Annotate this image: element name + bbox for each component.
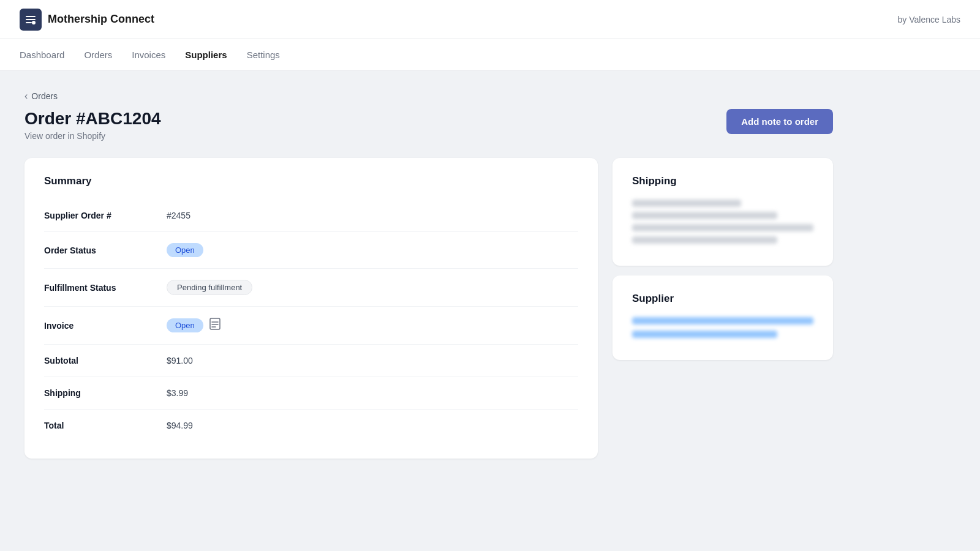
main-nav: Dashboard Orders Invoices Suppliers Sett… — [0, 39, 980, 71]
nav-orders[interactable]: Orders — [84, 47, 112, 62]
supplier-card: Supplier — [612, 276, 833, 360]
breadcrumb-label: Orders — [31, 91, 58, 101]
row-label-subtotal: Subtotal — [44, 356, 167, 365]
nav-dashboard[interactable]: Dashboard — [20, 47, 64, 62]
row-value-order-status: Open — [167, 243, 203, 257]
supplier-title: Supplier — [632, 293, 813, 305]
row-value-shipping: $3.99 — [167, 388, 188, 398]
status-badge-pending: Pending fulfillment — [167, 280, 252, 295]
row-value-supplier-order: #2455 — [167, 211, 190, 220]
supplier-info-line2 — [632, 331, 777, 338]
shipping-address-line4 — [632, 236, 777, 244]
row-value-total: $94.99 — [167, 421, 193, 430]
shipping-address-line1 — [632, 200, 741, 207]
row-label-invoice: Invoice — [44, 321, 167, 331]
supplier-info — [632, 317, 813, 338]
supplier-info-line1 — [632, 317, 813, 324]
shipping-title: Shipping — [632, 175, 813, 187]
row-value-subtotal: $91.00 — [167, 356, 193, 365]
shipping-address-line3 — [632, 224, 813, 231]
right-sidebar: Shipping Supplier — [612, 158, 833, 360]
back-chevron-icon: ‹ — [24, 91, 28, 102]
page-subtitle: View order in Shopify — [24, 131, 105, 141]
main-layout: Summary Supplier Order # #2455 Order Sta… — [24, 158, 833, 459]
app-title: Mothership Connect — [48, 13, 154, 26]
shipping-card: Shipping — [612, 158, 833, 266]
row-label-supplier-order: Supplier Order # — [44, 211, 167, 220]
nav-invoices[interactable]: Invoices — [132, 47, 165, 62]
row-label-shipping: Shipping — [44, 388, 167, 398]
by-label: by Valence Labs — [898, 15, 960, 24]
table-row: Shipping $3.99 — [44, 377, 578, 410]
add-note-button[interactable]: Add note to order — [726, 109, 833, 134]
nav-settings[interactable]: Settings — [247, 47, 280, 62]
summary-title: Summary — [44, 175, 578, 187]
page-header: Order #ABC1204 View order in Shopify Add… — [24, 109, 833, 141]
summary-card: Summary Supplier Order # #2455 Order Sta… — [24, 158, 598, 459]
page-title: Order #ABC1204 — [24, 109, 161, 129]
breadcrumb[interactable]: ‹ Orders — [24, 91, 833, 102]
brand: Mothership Connect — [20, 9, 154, 31]
nav-suppliers[interactable]: Suppliers — [185, 47, 227, 62]
shipping-address — [632, 200, 813, 244]
row-value-invoice: Open — [167, 318, 221, 333]
app-header: Mothership Connect by Valence Labs — [0, 0, 980, 39]
svg-point-0 — [32, 21, 36, 24]
page-content: ‹ Orders Order #ABC1204 View order in Sh… — [0, 71, 858, 478]
table-row: Supplier Order # #2455 — [44, 200, 578, 232]
table-row: Subtotal $91.00 — [44, 345, 578, 377]
shipping-address-line2 — [632, 212, 777, 219]
table-row: Order Status Open — [44, 232, 578, 269]
row-label-fulfillment: Fulfillment Status — [44, 283, 167, 293]
table-row: Invoice Open — [44, 307, 578, 345]
row-label-order-status: Order Status — [44, 246, 167, 255]
svg-rect-1 — [210, 318, 220, 329]
brand-icon — [20, 9, 42, 31]
invoice-document-icon[interactable] — [209, 318, 221, 333]
page-title-group: Order #ABC1204 View order in Shopify — [24, 109, 161, 141]
invoice-badge-open: Open — [167, 318, 203, 332]
table-row: Total $94.99 — [44, 410, 578, 441]
row-label-total: Total — [44, 421, 167, 430]
row-value-fulfillment: Pending fulfillment — [167, 280, 252, 295]
status-badge-open: Open — [167, 243, 203, 257]
table-row: Fulfillment Status Pending fulfillment — [44, 269, 578, 307]
